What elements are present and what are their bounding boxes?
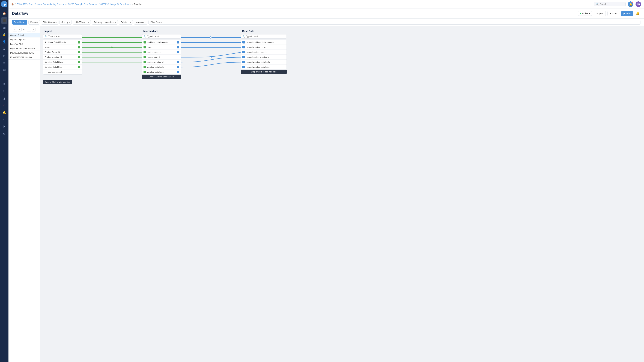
sidebar-item-link[interactable]: ⛓ (1, 46, 8, 52)
connector-left (144, 66, 146, 68)
base-data-button[interactable]: Base Data ▾ (12, 20, 27, 25)
page-header: Dataflow Active ▾ Import Export ▶ Run 🔔 (8, 9, 644, 19)
field-row[interactable]: Additional Detail Material (43, 40, 82, 45)
connections-intermediate-base (181, 29, 241, 75)
field-row[interactable]: name (142, 45, 180, 50)
field-row[interactable]: merged product variation id (241, 55, 286, 60)
sidebar-item-edit[interactable]: ✏ (1, 60, 8, 66)
field-row[interactable]: merged product group id (241, 50, 286, 55)
preview-button[interactable]: Preview (28, 20, 40, 25)
field-row[interactable]: product group id (142, 50, 180, 55)
field-row[interactable]: Product Group ID (43, 50, 82, 55)
field-row[interactable]: additional detail material (142, 40, 180, 45)
base-data-search[interactable]: 🔍 (241, 34, 287, 39)
field-label: product variation id (147, 61, 164, 63)
prev-page-button[interactable]: ‹ (18, 28, 22, 32)
connection-midpoint (111, 47, 113, 48)
export-button[interactable]: Export (608, 11, 620, 16)
canvas-area[interactable]: Import 🔍 Additional Detail Material Name (40, 26, 644, 362)
sidebar-item-list[interactable]: ☰ (1, 74, 8, 80)
sidebar-item-box[interactable]: ◻ (1, 53, 8, 59)
versions-button[interactable]: Versions ▾ (134, 20, 148, 25)
field-row[interactable]: product variation id (142, 60, 180, 65)
delete-button[interactable]: Delete ... ▾ (119, 20, 133, 25)
intermediate-column: Intermediate 🔍 additional detail materia… (142, 29, 181, 79)
list-item[interactable]: |Small|MED|SML|Medium (8, 55, 40, 60)
list-item[interactable]: Organic Cotton| (8, 33, 40, 38)
hide-show-button[interactable]: Hide/Show ... ▾ (73, 20, 91, 25)
field-row[interactable]: merged variation detail size (241, 65, 286, 69)
connector-right (177, 41, 179, 44)
field-row[interactable]: merged additional detail material (241, 40, 286, 45)
sidebar-item-dollar[interactable]: $ (1, 88, 8, 94)
intermediate-search-input[interactable] (147, 35, 179, 38)
search-box[interactable]: 🔍 (594, 2, 626, 6)
connection-svg-1 (82, 29, 142, 75)
field-label: product group id (147, 51, 161, 53)
field-label: variation detail size (147, 71, 164, 73)
connector-left (144, 71, 146, 73)
sidebar-item-bell[interactable]: 🔔 (1, 109, 8, 116)
filter-columns-button[interactable]: Filter Columns (41, 20, 58, 25)
field-label: merged product group id (246, 51, 267, 53)
sidebar-item-dataflow[interactable]: ⬛ (1, 17, 8, 24)
field-row[interactable]: Variation Detail Size (43, 65, 82, 69)
base-data-caret: ▾ (24, 21, 26, 23)
field-row[interactable]: variation detail size (142, 69, 180, 74)
field-row[interactable]: Variation Detail Color (43, 60, 82, 65)
field-label: merged variation detail color (246, 61, 270, 63)
field-row[interactable]: variation detail color (142, 65, 180, 69)
search-input[interactable] (600, 3, 624, 6)
list-item[interactable]: Logo-Tee-ABC|1001234567891|1001... (8, 46, 40, 51)
sidebar-item-flag[interactable]: ⚑ (1, 123, 8, 130)
sidebar-item-chart[interactable]: ▦ (1, 24, 8, 31)
add-field-button-intermediate[interactable]: Drop or Click to add new field (142, 75, 181, 79)
notification-button[interactable]: 🔔 (628, 2, 634, 7)
list-item[interactable]: Logo-Tee-ABC (8, 42, 40, 46)
bell-icon[interactable]: 🔔 (635, 11, 640, 16)
import-search[interactable]: 🔍 (43, 34, 82, 39)
field-row[interactable]: ___segment_import (43, 69, 82, 74)
intermediate-search[interactable]: 🔍 (142, 34, 181, 39)
sort-by-button[interactable]: Sort by ▾ (60, 20, 72, 25)
breadcrumb-feed[interactable]: 36286 Example Feed Process (68, 3, 96, 6)
connector-right (177, 61, 179, 63)
base-data-search-input[interactable] (246, 35, 285, 38)
sidebar-item-alert[interactable]: ⚠ (1, 102, 8, 109)
add-field-button-base[interactable]: Drop or Click to add new field (241, 70, 287, 74)
first-page-button[interactable]: « (13, 28, 17, 32)
sidebar-item-home[interactable]: 🏠 (1, 10, 8, 17)
breadcrumb-zamartz[interactable]: ZAMARTZ - Demo Account For Marketing Pur… (16, 3, 66, 6)
import-button[interactable]: Import (594, 11, 606, 16)
sidebar-item-process[interactable]: ↻ (1, 116, 8, 123)
sidebar-item-menu[interactable]: ≡ (1, 81, 8, 87)
field-row[interactable]: Product Variation ID (43, 55, 82, 60)
sidebar-item-users[interactable]: 👤 (1, 39, 8, 45)
run-button[interactable]: ▶ Run (621, 11, 633, 16)
app-logo[interactable]: up (2, 2, 7, 7)
avatar[interactable]: ZM (636, 2, 641, 7)
sidebar-item-lock[interactable]: 🔒 (1, 32, 8, 38)
field-label: merged product variation id (246, 56, 270, 58)
sidebar-item-settings[interactable]: ⚙ (1, 130, 8, 137)
breadcrumb-merge[interactable]: 1096029 1. Merge Of Base Import (99, 3, 131, 6)
automap-button[interactable]: Automap connections ▾ (92, 20, 118, 25)
home-icon[interactable]: 🏠 (11, 3, 14, 6)
last-page-button[interactable]: » (32, 28, 36, 32)
field-label: merged variation name (246, 46, 266, 48)
list-item[interactable]: |Azure|AZURE|Rose|ROSE (8, 51, 40, 55)
field-row[interactable]: remove-parent (142, 55, 180, 60)
sidebar-item-pie[interactable]: ◑ (1, 95, 8, 101)
connector-left (242, 61, 245, 63)
field-row[interactable]: Name (43, 45, 82, 50)
run-icon: ▶ (624, 12, 625, 15)
list-item[interactable]: Organic Logo Tea| (8, 38, 40, 42)
sidebar-item-ranking[interactable]: ▤ (1, 67, 8, 73)
status-badge[interactable]: Active ▾ (578, 11, 592, 16)
next-page-button[interactable]: › (27, 28, 31, 32)
field-row[interactable]: merged variation name (241, 45, 286, 50)
import-search-input[interactable] (48, 35, 80, 38)
field-row[interactable]: merged variation detail color (241, 60, 286, 65)
filter-boxes-input[interactable] (148, 20, 640, 25)
breadcrumb: 🏠 / ZAMARTZ - Demo Account For Marketing… (11, 3, 594, 6)
